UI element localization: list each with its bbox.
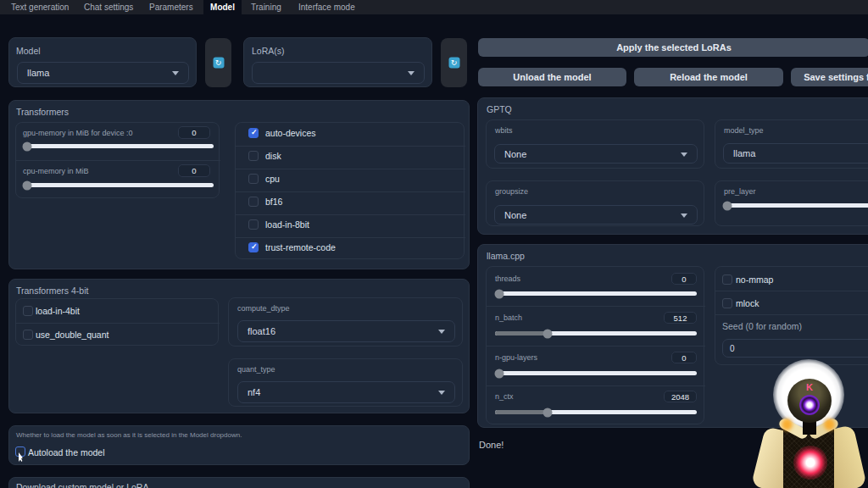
lora-refresh-button[interactable]: ↻ bbox=[441, 38, 467, 87]
checkbox-disk[interactable] bbox=[248, 151, 259, 161]
checkbox-label: load-in-4bit bbox=[36, 306, 80, 316]
gptq-panel: GPTQ wbits None model_type llama groupsi… bbox=[477, 97, 868, 235]
transformers-4bit-title: Transformers 4-bit bbox=[16, 286, 88, 296]
unload-model-button[interactable]: Unload the model bbox=[478, 68, 626, 86]
autoload-info: Whether to load the model as soon as it … bbox=[16, 431, 242, 439]
threads-label: threads bbox=[495, 274, 520, 283]
pre-layer-group: pre_layer bbox=[715, 180, 868, 226]
apply-loras-button[interactable]: Apply the selected LoRAs bbox=[478, 38, 868, 57]
n-ctx-label: n_ctx bbox=[495, 392, 514, 401]
chevron-down-icon bbox=[438, 330, 445, 334]
autoload-label: Autoload the model bbox=[28, 447, 104, 458]
status-done: Done! bbox=[479, 440, 504, 450]
checkbox-bf16[interactable] bbox=[248, 197, 259, 207]
checkbox-no-mmap[interactable] bbox=[722, 274, 732, 285]
llamacpp-title: llama.cpp bbox=[487, 251, 525, 261]
checkbox-label: mlock bbox=[736, 298, 759, 308]
checkbox-trust-remote-code[interactable] bbox=[248, 242, 259, 252]
transformers-panel: Transformers gpu-memory in MiB for devic… bbox=[8, 100, 470, 269]
model-type-value: llama bbox=[733, 148, 755, 158]
checkbox-cpu[interactable] bbox=[248, 174, 259, 184]
transformers-checkbox-group: auto-devices disk cpu bf16 load-in-8bit … bbox=[235, 122, 465, 259]
threads-slider[interactable] bbox=[495, 291, 697, 296]
n-gpu-layers-value[interactable]: 0 bbox=[671, 352, 697, 363]
wbits-label: wbits bbox=[495, 126, 513, 135]
chevron-down-icon bbox=[681, 152, 687, 157]
n-ctx-value[interactable]: 2048 bbox=[664, 391, 697, 402]
tab-text-generation[interactable]: Text generation bbox=[11, 0, 69, 14]
checkbox-label: cpu bbox=[265, 174, 280, 184]
checkbox-label: load-in-8bit bbox=[265, 219, 309, 230]
refresh-icon: ↻ bbox=[213, 58, 224, 69]
chevron-down-icon bbox=[438, 391, 445, 395]
model-type-group: model_type llama bbox=[715, 119, 868, 169]
tab-model[interactable]: Model bbox=[203, 0, 242, 16]
avatar-chest-orb bbox=[793, 446, 827, 480]
llamacpp-sliders-group: threads 0 n_batch 512 n-gpu-layers 0 n_c… bbox=[486, 266, 704, 424]
lora-panel: LoRA(s) bbox=[243, 37, 432, 87]
memory-sliders-group: gpu-memory in MiB for device :0 0 cpu-me… bbox=[15, 122, 220, 198]
compute-dtype-dropdown[interactable]: float16 bbox=[237, 320, 455, 342]
seed-input[interactable]: 0 bbox=[722, 339, 868, 358]
checkbox-use-double-quant[interactable] bbox=[23, 330, 33, 340]
wbits-group: wbits None bbox=[486, 119, 704, 169]
tab-interface-mode[interactable]: Interface mode bbox=[298, 0, 355, 14]
n-gpu-layers-slider[interactable] bbox=[495, 371, 697, 375]
gptq-title: GPTQ bbox=[487, 104, 512, 114]
lora-dropdown[interactable] bbox=[252, 62, 425, 84]
checkbox-auto-devices[interactable] bbox=[248, 128, 259, 138]
tab-bar: Text generation Chat settings Parameters… bbox=[0, 0, 868, 14]
model-type-dropdown[interactable]: llama bbox=[723, 143, 868, 164]
threads-value[interactable]: 0 bbox=[671, 273, 697, 285]
gpu-memory-label: gpu-memory in MiB for device :0 bbox=[23, 129, 133, 137]
slider-knob[interactable] bbox=[22, 180, 31, 190]
n-batch-slider[interactable] bbox=[495, 331, 697, 336]
slider-knob[interactable] bbox=[494, 289, 504, 298]
tab-parameters[interactable]: Parameters bbox=[149, 0, 193, 14]
tab-chat-settings[interactable]: Chat settings bbox=[84, 0, 133, 14]
slider-knob[interactable] bbox=[542, 329, 552, 338]
pre-layer-slider[interactable] bbox=[723, 203, 868, 208]
compute-dtype-value: float16 bbox=[248, 326, 275, 336]
model-dropdown[interactable]: llama bbox=[17, 62, 189, 84]
checkbox-label: no-mmap bbox=[736, 274, 773, 285]
compute-dtype-group: compute_dtype float16 bbox=[228, 297, 463, 347]
tab-training[interactable]: Training bbox=[251, 0, 281, 14]
slider-knob[interactable] bbox=[494, 369, 504, 378]
pre-layer-label: pre_layer bbox=[724, 187, 756, 196]
reload-model-button[interactable]: Reload the model bbox=[634, 68, 783, 86]
checkbox-label: auto-devices bbox=[265, 128, 316, 138]
model-refresh-button[interactable]: ↻ bbox=[205, 38, 231, 87]
slider-knob[interactable] bbox=[542, 408, 552, 417]
checkbox-label: disk bbox=[265, 151, 281, 161]
cpu-memory-value[interactable]: 0 bbox=[178, 164, 210, 177]
chevron-down-icon bbox=[681, 214, 687, 218]
download-title: Download custom model or LoRA bbox=[16, 482, 148, 488]
checkbox-load-in-8bit[interactable] bbox=[248, 219, 259, 230]
save-settings-button[interactable]: Save settings for this model bbox=[791, 68, 868, 86]
cpu-memory-slider[interactable] bbox=[23, 183, 214, 187]
refresh-icon: ↻ bbox=[448, 58, 459, 69]
quant-type-group: quant_type nf4 bbox=[228, 358, 463, 407]
transformers-title: Transformers bbox=[16, 107, 69, 117]
slider-knob[interactable] bbox=[722, 201, 732, 210]
slider-knob[interactable] bbox=[22, 141, 31, 151]
checkbox-mlock[interactable] bbox=[722, 298, 732, 308]
checkbox-load-in-4bit[interactable] bbox=[23, 306, 33, 316]
quant-type-value: nf4 bbox=[248, 387, 260, 397]
gpu-memory-value[interactable]: 0 bbox=[178, 126, 210, 139]
n-ctx-slider[interactable] bbox=[495, 410, 697, 414]
gpu-memory-slider[interactable] bbox=[23, 144, 214, 148]
groupsize-dropdown[interactable]: None bbox=[494, 205, 698, 225]
model-type-label: model_type bbox=[724, 126, 764, 135]
n-batch-value[interactable]: 512 bbox=[664, 312, 697, 324]
quant-type-dropdown[interactable]: nf4 bbox=[237, 381, 455, 403]
n-gpu-layers-label: n-gpu-layers bbox=[495, 353, 537, 362]
checkbox-label: use_double_quant bbox=[36, 330, 108, 340]
checkbox-label: bf16 bbox=[265, 197, 282, 207]
cpu-memory-label: cpu-memory in MiB bbox=[23, 167, 89, 175]
model-panel: Model llama bbox=[8, 37, 197, 87]
wbits-dropdown[interactable]: None bbox=[494, 144, 698, 164]
n-batch-label: n_batch bbox=[495, 313, 522, 322]
seed-value: 0 bbox=[730, 344, 735, 353]
